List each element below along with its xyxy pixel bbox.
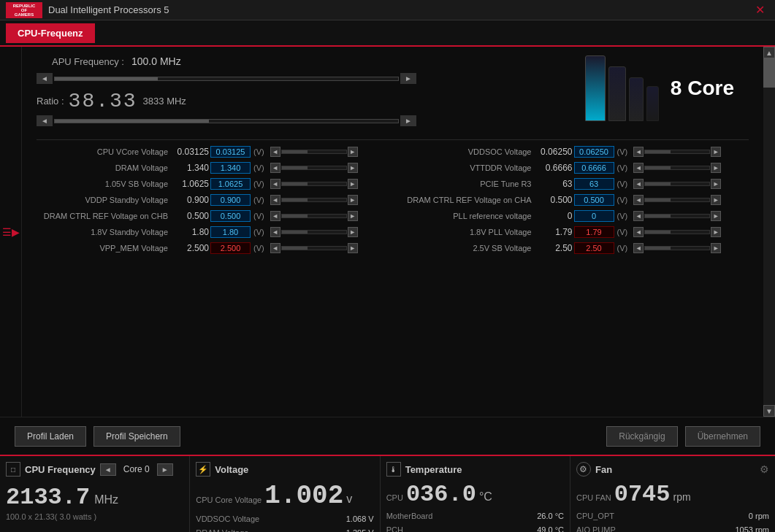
v-value: 0	[536, 211, 573, 221]
v-track[interactable]	[281, 150, 347, 154]
v-fill	[282, 166, 308, 169]
v-right-arrow[interactable]: ►	[348, 147, 358, 157]
v-slider[interactable]: ◄ ►	[633, 163, 721, 173]
v-track[interactable]	[644, 150, 710, 154]
v-slider[interactable]: ◄ ►	[633, 147, 721, 157]
v-track[interactable]	[644, 246, 710, 250]
menu-icon[interactable]: ☰▶	[2, 226, 20, 238]
v-left-arrow[interactable]: ◄	[270, 147, 280, 157]
v-left-arrow[interactable]: ◄	[270, 227, 280, 237]
v-right-arrow[interactable]: ►	[711, 211, 721, 221]
v-track[interactable]	[281, 214, 347, 218]
apu-freq-right-arrow[interactable]: ►	[400, 73, 416, 84]
v-track[interactable]	[644, 198, 710, 202]
v-slider[interactable]: ◄ ►	[270, 211, 358, 221]
voltage-sub-rows: VDDSOC Voltage 1.068 V DRAM Voltage 1.39…	[196, 512, 373, 532]
save-profile-button[interactable]: Profil Speichern	[93, 426, 180, 447]
ratio-right-arrow[interactable]: ►	[400, 115, 416, 126]
v-slider[interactable]: ◄ ►	[270, 147, 358, 157]
v-unit: (V)	[253, 163, 264, 172]
tab-cpu-frequenz[interactable]: CPU-Frequenz	[6, 23, 95, 43]
ratio-mhz: 3833 MHz	[143, 96, 186, 107]
v-right-arrow[interactable]: ►	[711, 195, 721, 205]
v-track[interactable]	[644, 230, 710, 234]
v-track[interactable]	[281, 166, 347, 170]
v-right-arrow[interactable]: ►	[711, 163, 721, 173]
voltage-sub-row-1: DRAM Voltage 1.395 V	[196, 526, 373, 532]
v-slider[interactable]: ◄ ►	[633, 211, 721, 221]
v-left-arrow[interactable]: ◄	[633, 243, 644, 253]
v-right-arrow[interactable]: ►	[711, 227, 721, 237]
v-right-arrow[interactable]: ►	[348, 243, 358, 253]
f-label-1: AIO PUMP	[576, 523, 616, 532]
core-nav-left[interactable]: ◄	[100, 463, 116, 476]
scroll-thumb[interactable]	[763, 58, 775, 88]
ratio-left-arrow[interactable]: ◄	[37, 115, 53, 126]
temp-title: Temperature	[405, 464, 462, 475]
v-right-arrow[interactable]: ►	[348, 227, 358, 237]
v-slider[interactable]: ◄ ►	[270, 179, 358, 189]
v-slider[interactable]: ◄ ►	[270, 163, 358, 173]
v-left-arrow[interactable]: ◄	[270, 163, 280, 173]
v-left-arrow[interactable]: ◄	[270, 195, 280, 205]
v-value: 0.6666	[536, 163, 573, 173]
v-value: 1.0625	[172, 179, 209, 189]
load-profile-button[interactable]: Profil Laden	[15, 426, 86, 447]
apu-freq-slider[interactable]: ◄ ►	[37, 73, 416, 84]
scrollbar[interactable]: ▲ ▼	[763, 47, 775, 417]
v-left-arrow[interactable]: ◄	[270, 243, 280, 253]
v-right-arrow[interactable]: ►	[711, 147, 721, 157]
apply-button[interactable]: Übernehmen	[685, 426, 760, 447]
v-track[interactable]	[281, 246, 347, 250]
cpu-freq-value-row: 2133.7 MHz	[6, 481, 183, 512]
v-unit: (V)	[617, 196, 628, 204]
v-right-arrow[interactable]: ►	[348, 163, 358, 173]
apu-freq-fill	[55, 77, 158, 80]
apu-freq-label: APU Frequency :	[37, 56, 124, 67]
v-slider[interactable]: ◄ ►	[270, 195, 358, 205]
v-value: 2.50	[536, 243, 573, 253]
v-left-arrow[interactable]: ◄	[270, 211, 280, 221]
v-right-arrow[interactable]: ►	[711, 179, 721, 189]
v-highlight: 0	[574, 210, 614, 222]
battery-2	[608, 66, 626, 121]
voltage-row: DRAM CTRL REF Voltage on CHA 0.500 0.500…	[400, 194, 749, 206]
fan-icon: ⚙	[576, 462, 591, 477]
v-track[interactable]	[281, 198, 347, 202]
v-left-arrow[interactable]: ◄	[633, 179, 644, 189]
scroll-up-button[interactable]: ▲	[763, 47, 775, 58]
scroll-down-button[interactable]: ▼	[763, 405, 775, 417]
v-right-arrow[interactable]: ►	[348, 179, 358, 189]
v-left-arrow[interactable]: ◄	[633, 195, 644, 205]
undo-button[interactable]: Rückgängig	[606, 426, 677, 447]
ratio-track[interactable]	[54, 119, 399, 123]
core-nav-right[interactable]: ►	[157, 463, 173, 476]
v-track[interactable]	[281, 182, 347, 186]
close-button[interactable]: ✕	[751, 1, 769, 18]
v-right-arrow[interactable]: ►	[711, 243, 721, 253]
v-left-arrow[interactable]: ◄	[633, 147, 644, 157]
v-track[interactable]	[644, 166, 710, 170]
apu-freq-track[interactable]	[54, 77, 399, 81]
v-left-arrow[interactable]: ◄	[270, 179, 280, 189]
v-left-arrow[interactable]: ◄	[633, 211, 644, 221]
v-right-arrow[interactable]: ►	[348, 195, 358, 205]
scroll-track[interactable]	[763, 58, 775, 405]
v-track[interactable]	[281, 230, 347, 234]
v-slider[interactable]: ◄ ►	[633, 179, 721, 189]
v-track[interactable]	[644, 214, 710, 218]
v-highlight-red: 2.50	[574, 242, 614, 254]
v-left-arrow[interactable]: ◄	[633, 227, 644, 237]
fan-settings-icon[interactable]: ⚙	[760, 463, 769, 475]
v-slider[interactable]: ◄ ►	[633, 227, 721, 237]
v-highlight: 0.500	[574, 194, 614, 206]
v-left-arrow[interactable]: ◄	[633, 163, 644, 173]
v-slider[interactable]: ◄ ►	[633, 243, 721, 253]
v-track[interactable]	[644, 182, 710, 186]
ratio-slider[interactable]: ◄ ►	[37, 115, 416, 126]
v-slider[interactable]: ◄ ►	[270, 227, 358, 237]
apu-freq-left-arrow[interactable]: ◄	[37, 73, 53, 84]
v-slider[interactable]: ◄ ►	[270, 243, 358, 253]
v-right-arrow[interactable]: ►	[348, 211, 358, 221]
v-slider[interactable]: ◄ ►	[633, 195, 721, 205]
